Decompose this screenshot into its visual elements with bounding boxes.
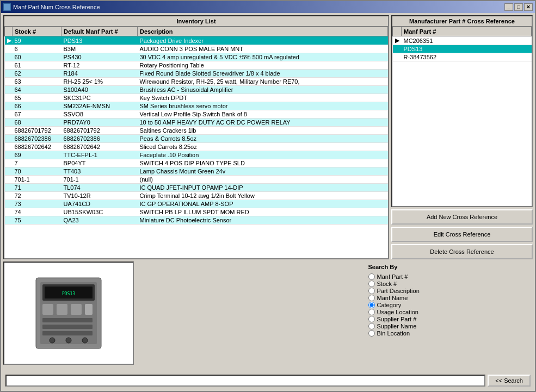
inventory-row[interactable]: 69 TTC-EFPL-1 Faceplate .10 Position [5,151,388,159]
search-by-label: Search By [368,264,398,270]
inventory-row[interactable]: 68 PRD7AY0 10 to 50 AMP HEAVY DUTY AC OR… [5,119,388,127]
search-input[interactable] [5,375,485,387]
cross-manf-header: Manf Part # [402,27,532,36]
right-panel: Manufacturer Part # Cross Reference Manf… [391,15,533,259]
radio-part_desc[interactable] [368,288,375,294]
cross-ref-table-container[interactable]: Manf Part # ▶ MC206351 PDS13 R-38473562 [392,27,532,206]
desc-cell: Vertical Low Profile Sip Switch Bank of … [138,110,388,119]
stock-col-header: Stock # [13,27,61,36]
inventory-row[interactable]: 60 PS430 30 VDC 4 amp unregulated & 5 VD… [5,53,388,61]
radio-label-category: Category [377,302,402,308]
inventory-panel: Inventory List Stock # Default Manf Part… [3,15,389,259]
row-indicator [5,216,13,225]
inventory-row[interactable]: 62 R184 Fixed Round Blade Slotted Screwd… [5,70,388,78]
radio-supplier_name[interactable] [368,323,375,329]
delete-cross-ref-button[interactable]: Delete Cross Reference [391,244,533,259]
main-panels: Inventory List Stock # Default Manf Part… [3,15,533,259]
inventory-row[interactable]: 66 SM232AE-NMSN SM Series brushless serv… [5,102,388,110]
search-button[interactable]: << Search [488,375,531,387]
radio-bin_loc[interactable] [368,330,375,337]
desc-cell: Fixed Round Blade Slotted Screwdriver 1/… [138,70,388,78]
radio-label-usage_loc: Usage Location [377,309,418,315]
row-indicator [5,200,13,208]
svg-point-13 [66,338,71,343]
manf-cell: SKC31PC [61,94,138,102]
indicator-col-header [5,27,13,36]
inventory-row[interactable]: 701-1 701-1 (null) [5,176,388,184]
row-indicator [5,70,13,78]
inventory-row[interactable]: 67 SSVO8 Vertical Low Profile Sip Switch… [5,110,388,119]
radio-manf_part[interactable] [368,273,375,280]
cross-indicator-header [393,27,402,36]
cross-manf-part: R-38473562 [402,53,532,61]
desc-cell: Miniature DC Photoelectric Sensor [138,216,388,225]
cross-ref-table: Manf Part # ▶ MC206351 PDS13 R-38473562 [392,27,532,61]
cross-ref-row[interactable]: PDS13 [393,45,532,53]
row-indicator [5,110,13,119]
manf-cell: B3M [61,45,138,53]
desc-cell: AUDIO CONN 3 POS MALE PAN MNT [138,45,388,53]
inventory-row[interactable]: 63 RH-25 25< 1% Wirewound Resistor, RH-2… [5,78,388,86]
cross-ref-row[interactable]: R-38473562 [393,53,532,61]
manf-cell: PDS13 [61,36,138,45]
svg-point-12 [50,338,55,343]
radio-stock[interactable] [368,281,375,287]
manf-cell: SM232AE-NMSN [61,102,138,110]
inventory-row[interactable]: 75 QA23 Miniature DC Photoelectric Senso… [5,216,388,225]
manf-cell: TT403 [61,167,138,176]
inventory-row[interactable]: 74 UB15SKW03C SWITCH PB LP ILLUM SPDT MO… [5,208,388,216]
desc-cell: 30 VDC 4 amp unregulated & 5 VDC ±5% 500… [138,53,388,61]
radio-usage_loc[interactable] [368,309,375,315]
desc-cell: Peas & Carrots 8.5oz [138,135,388,143]
radio-item-bin_loc: Bin Location [368,330,420,337]
manf-cell: 68826702642 [61,143,138,151]
inventory-row[interactable]: ▶ 59 PDS13 Packaged Drive Indexer [5,36,388,45]
manf-cell: 68826702386 [61,135,138,143]
manf-cell: 68826701792 [61,127,138,135]
manf-cell: BP04YT [61,159,138,167]
manf-col-header: Default Manf Part # [61,27,138,36]
svg-rect-9 [42,318,93,322]
desc-cell: Sliced Carrots 8.25oz [138,143,388,151]
cross-ref-row[interactable]: ▶ MC206351 [393,36,532,45]
inventory-tbody: ▶ 59 PDS13 Packaged Drive Indexer 6 B3M … [5,36,388,225]
edit-cross-ref-button[interactable]: Edit Cross Reference [391,227,533,242]
radio-item-part_desc: Part Description [368,288,420,294]
radio-category[interactable] [368,302,375,308]
inventory-row[interactable]: 64 S100A40 Brushless AC - Sinusoidal Amp… [5,86,388,94]
cross-ref-tbody: ▶ MC206351 PDS13 R-38473562 [393,36,532,61]
inventory-row[interactable]: 61 RT-12 Rotary Positioning Table [5,61,388,70]
desc-cell: 10 to 50 AMP HEAVY DUTY AC OR DC POWER R… [138,119,388,127]
minimize-button[interactable]: _ [504,3,513,11]
radio-supplier_part[interactable] [368,316,375,322]
inventory-row[interactable]: 72 TV10-12R Crimp Terminal 10-12 awg 1/2… [5,192,388,200]
row-indicator [5,102,13,110]
inventory-row[interactable]: 68826702386 68826702386 Peas & Carrots 8… [5,135,388,143]
inventory-row[interactable]: 73 UA741CD IC GP OPERATIONAL AMP 8-SOP [5,200,388,208]
title-bar: Manf Part Num Cross Reference _ □ ✕ [1,1,535,13]
row-indicator [5,159,13,167]
inventory-row[interactable]: 65 SKC31PC Key Switch DPDT [5,94,388,102]
inventory-row[interactable]: 6 B3M AUDIO CONN 3 POS MALE PAN MNT [5,45,388,53]
svg-rect-8 [85,304,93,315]
row-indicator [5,119,13,127]
stock-cell: 701-1 [13,176,61,184]
stock-cell: 60 [13,53,61,61]
inventory-scroll[interactable]: Stock # Default Manf Part # Description … [4,27,388,258]
product-image-panel: PDS13 [3,262,134,365]
svg-rect-11 [42,331,93,335]
add-cross-ref-button[interactable]: Add New Cross Reference [391,209,533,225]
stock-cell: 7 [13,159,61,167]
inventory-row[interactable]: 71 TL074 IC QUAD JFET-INPUT OPAMP 14-DIP [5,184,388,192]
manf-cell: PRD7AY0 [61,119,138,127]
stock-cell: 66 [13,102,61,110]
radio-manf_name[interactable] [368,295,375,301]
inventory-row[interactable]: 70 TT403 Lamp Chassis Mount Green 24v [5,167,388,176]
inventory-row[interactable]: 7 BP04YT SWITCH 4 POS DIP PIANO TYPE SLD [5,159,388,167]
inventory-row[interactable]: 68826702642 68826702642 Sliced Carrots 8… [5,143,388,151]
close-button[interactable]: ✕ [524,3,533,11]
inventory-row[interactable]: 68826701792 68826701792 Saltines Cracker… [5,127,388,135]
search-bar: << Search [3,372,533,389]
maximize-button[interactable]: □ [514,3,523,11]
row-indicator [5,45,13,53]
